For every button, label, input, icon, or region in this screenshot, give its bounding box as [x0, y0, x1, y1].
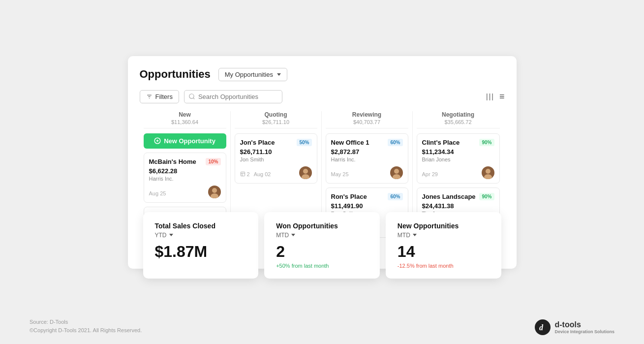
stat-value: $1.87M	[155, 243, 247, 261]
card-badge: 60%	[388, 193, 402, 200]
stat-period[interactable]: MTD	[398, 232, 490, 239]
stat-change: +50% from last month	[276, 263, 368, 269]
new-opportunity-button[interactable]: New Opportunity	[144, 133, 226, 149]
toolbar-left: Filters	[140, 90, 282, 103]
stat-card-new-opps: New Opportunities MTD 14 -12.5% from las…	[386, 212, 501, 279]
period-chevron-icon	[169, 234, 173, 236]
card-avatar	[482, 166, 494, 179]
main-card: Opportunities My Opportunities Filters |…	[128, 56, 517, 269]
svg-point-14	[302, 174, 309, 179]
card-amount: $6,622.28	[149, 167, 221, 175]
card-clints-place[interactable]: Clint's Place 90% $11,234.34 Brian Jones…	[417, 133, 500, 184]
chevron-down-icon	[277, 73, 281, 76]
svg-text:d: d	[539, 323, 544, 332]
svg-point-13	[303, 169, 308, 174]
col-header-reviewing: Reviewing $40,703.77	[326, 111, 408, 128]
col-header-new: New $11,360.64	[144, 111, 226, 128]
footer-logo: d d-tools Device Integration Solutions	[535, 319, 614, 335]
stat-card-won-opps: Won Opportunities MTD 2 +50% from last m…	[264, 212, 380, 279]
card-amount: $26,711.10	[240, 148, 312, 156]
footer-source: Source: D-Tools ©Copyright D-Tools 2021.…	[30, 318, 142, 335]
card-name: Jon's Place	[240, 139, 275, 146]
list-view-icon[interactable]: ≡	[499, 92, 505, 102]
stat-label: Won Opportunities	[276, 222, 368, 230]
card-date: Aug 02	[254, 171, 271, 177]
card-date: Aug 25	[149, 190, 166, 196]
card-mcbain[interactable]: McBain's Home 10% $6,622.28 Harris Inc. …	[144, 153, 226, 203]
svg-point-19	[486, 169, 491, 174]
page-wrapper: Opportunities My Opportunities Filters |…	[0, 0, 644, 344]
my-opportunities-dropdown[interactable]: My Opportunities	[218, 68, 287, 81]
search-input[interactable]	[184, 90, 282, 103]
card-badge: 10%	[206, 158, 220, 165]
col-header-negotiating: Negotiating $35,665.72	[417, 111, 500, 128]
stat-value: 2	[276, 243, 368, 261]
svg-point-16	[393, 174, 400, 179]
kanban-view-icon[interactable]: |||	[486, 93, 494, 100]
card-new-office[interactable]: New Office 1 60% $2,872.87 Harris Inc. M…	[326, 133, 408, 184]
period-chevron-icon	[291, 234, 295, 236]
stat-label: New Opportunities	[398, 222, 490, 230]
card-date: Apr 29	[422, 171, 438, 177]
footer-bar: Source: D-Tools ©Copyright D-Tools 2021.…	[0, 318, 644, 335]
card-amount: $11,491.90	[331, 202, 403, 210]
stat-period[interactable]: MTD	[276, 232, 368, 239]
card-avatar	[299, 166, 312, 179]
col-header-quoting: Quoting $26,711.10	[235, 111, 317, 128]
card-jons-place[interactable]: Jon's Place 50% $26,711.10 Jon Smith 2 A…	[235, 133, 317, 184]
stat-change: -12.5% from last month	[398, 263, 490, 269]
page-title: Opportunities	[140, 68, 211, 81]
card-contact: Jon Smith	[240, 156, 312, 162]
card-badge: 90%	[479, 193, 494, 200]
card-contact: Harris Inc.	[149, 176, 221, 182]
card-badge: 50%	[297, 139, 311, 146]
stat-value: 14	[398, 243, 490, 261]
svg-point-6	[212, 188, 217, 193]
stat-card-total-sales: Total Sales Closed YTD $1.87M	[143, 212, 259, 279]
card-amount: $24,431.38	[422, 202, 494, 210]
card-date: May 25	[331, 171, 349, 177]
card-name: Clint's Place	[422, 139, 460, 146]
header-row: Opportunities My Opportunities	[140, 68, 505, 81]
svg-point-15	[394, 169, 399, 174]
toolbar-row: Filters ||| ≡	[140, 90, 505, 103]
plus-circle-icon	[154, 137, 161, 144]
card-name: Ron's Place	[331, 193, 367, 200]
card-amount: $2,872.87	[331, 148, 403, 156]
card-name: Jones Landscape	[422, 193, 476, 200]
filter-icon	[146, 94, 153, 100]
card-name: McBain's Home	[149, 158, 196, 165]
stat-label: Total Sales Closed	[155, 222, 247, 230]
card-contact: Harris Inc.	[331, 156, 403, 162]
dtools-logo-icon: d	[535, 319, 551, 335]
card-tasks: 2	[240, 171, 250, 177]
card-contact: Brian Jones	[422, 156, 494, 162]
svg-rect-10	[241, 172, 245, 176]
card-name: New Office 1	[331, 139, 369, 146]
card-avatar	[208, 186, 221, 198]
card-badge: 60%	[388, 139, 402, 146]
stats-overlay: Total Sales Closed YTD $1.87M Won Opport…	[140, 212, 504, 279]
stat-period[interactable]: YTD	[155, 232, 247, 239]
card-badge: 90%	[479, 139, 494, 146]
card-amount: $11,234.34	[422, 148, 494, 156]
svg-point-20	[484, 174, 492, 179]
svg-point-7	[211, 193, 218, 198]
period-chevron-icon	[413, 234, 417, 236]
filter-button[interactable]: Filters	[140, 90, 179, 103]
toolbar-right: ||| ≡	[486, 92, 504, 102]
card-avatar	[390, 166, 403, 179]
